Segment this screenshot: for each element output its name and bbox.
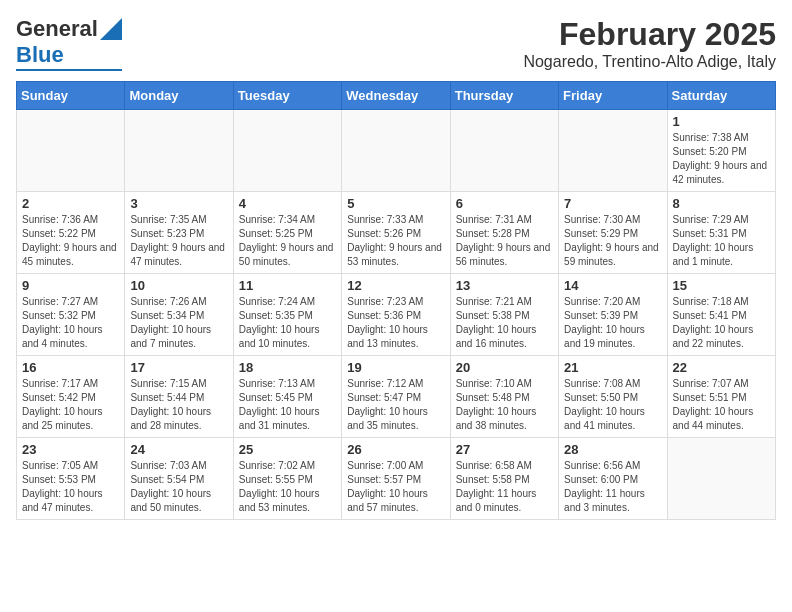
calendar-cell: 8Sunrise: 7:29 AM Sunset: 5:31 PM Daylig… <box>667 192 775 274</box>
day-number: 7 <box>564 196 661 211</box>
calendar-cell: 19Sunrise: 7:12 AM Sunset: 5:47 PM Dayli… <box>342 356 450 438</box>
logo-blue: Blue <box>16 42 64 68</box>
day-info: Sunrise: 7:36 AM Sunset: 5:22 PM Dayligh… <box>22 213 119 269</box>
logo-general: General <box>16 16 98 42</box>
title-block: February 2025 Nogaredo, Trentino-Alto Ad… <box>523 16 776 71</box>
day-number: 25 <box>239 442 336 457</box>
day-number: 2 <box>22 196 119 211</box>
weekday-header-monday: Monday <box>125 82 233 110</box>
day-info: Sunrise: 6:56 AM Sunset: 6:00 PM Dayligh… <box>564 459 661 515</box>
day-info: Sunrise: 7:00 AM Sunset: 5:57 PM Dayligh… <box>347 459 444 515</box>
day-number: 4 <box>239 196 336 211</box>
calendar-cell: 16Sunrise: 7:17 AM Sunset: 5:42 PM Dayli… <box>17 356 125 438</box>
day-info: Sunrise: 7:10 AM Sunset: 5:48 PM Dayligh… <box>456 377 553 433</box>
calendar-cell <box>233 110 341 192</box>
week-row-3: 16Sunrise: 7:17 AM Sunset: 5:42 PM Dayli… <box>17 356 776 438</box>
calendar-cell: 26Sunrise: 7:00 AM Sunset: 5:57 PM Dayli… <box>342 438 450 520</box>
day-info: Sunrise: 7:30 AM Sunset: 5:29 PM Dayligh… <box>564 213 661 269</box>
day-number: 5 <box>347 196 444 211</box>
day-number: 14 <box>564 278 661 293</box>
day-info: Sunrise: 7:27 AM Sunset: 5:32 PM Dayligh… <box>22 295 119 351</box>
week-row-1: 2Sunrise: 7:36 AM Sunset: 5:22 PM Daylig… <box>17 192 776 274</box>
calendar-cell: 23Sunrise: 7:05 AM Sunset: 5:53 PM Dayli… <box>17 438 125 520</box>
weekday-header-friday: Friday <box>559 82 667 110</box>
day-number: 26 <box>347 442 444 457</box>
day-info: Sunrise: 7:23 AM Sunset: 5:36 PM Dayligh… <box>347 295 444 351</box>
calendar-cell: 22Sunrise: 7:07 AM Sunset: 5:51 PM Dayli… <box>667 356 775 438</box>
day-info: Sunrise: 7:24 AM Sunset: 5:35 PM Dayligh… <box>239 295 336 351</box>
calendar-cell: 14Sunrise: 7:20 AM Sunset: 5:39 PM Dayli… <box>559 274 667 356</box>
weekday-header-row: SundayMondayTuesdayWednesdayThursdayFrid… <box>17 82 776 110</box>
week-row-2: 9Sunrise: 7:27 AM Sunset: 5:32 PM Daylig… <box>17 274 776 356</box>
week-row-4: 23Sunrise: 7:05 AM Sunset: 5:53 PM Dayli… <box>17 438 776 520</box>
day-number: 9 <box>22 278 119 293</box>
weekday-header-thursday: Thursday <box>450 82 558 110</box>
day-info: Sunrise: 7:17 AM Sunset: 5:42 PM Dayligh… <box>22 377 119 433</box>
day-number: 1 <box>673 114 770 129</box>
calendar-cell: 4Sunrise: 7:34 AM Sunset: 5:25 PM Daylig… <box>233 192 341 274</box>
day-info: Sunrise: 7:38 AM Sunset: 5:20 PM Dayligh… <box>673 131 770 187</box>
calendar-cell: 12Sunrise: 7:23 AM Sunset: 5:36 PM Dayli… <box>342 274 450 356</box>
day-info: Sunrise: 7:34 AM Sunset: 5:25 PM Dayligh… <box>239 213 336 269</box>
day-number: 21 <box>564 360 661 375</box>
day-number: 16 <box>22 360 119 375</box>
day-number: 11 <box>239 278 336 293</box>
calendar-cell: 3Sunrise: 7:35 AM Sunset: 5:23 PM Daylig… <box>125 192 233 274</box>
day-number: 24 <box>130 442 227 457</box>
day-info: Sunrise: 7:12 AM Sunset: 5:47 PM Dayligh… <box>347 377 444 433</box>
day-info: Sunrise: 7:13 AM Sunset: 5:45 PM Dayligh… <box>239 377 336 433</box>
day-number: 20 <box>456 360 553 375</box>
calendar-cell: 28Sunrise: 6:56 AM Sunset: 6:00 PM Dayli… <box>559 438 667 520</box>
calendar-cell: 21Sunrise: 7:08 AM Sunset: 5:50 PM Dayli… <box>559 356 667 438</box>
day-number: 15 <box>673 278 770 293</box>
day-info: Sunrise: 6:58 AM Sunset: 5:58 PM Dayligh… <box>456 459 553 515</box>
calendar-cell: 18Sunrise: 7:13 AM Sunset: 5:45 PM Dayli… <box>233 356 341 438</box>
day-number: 13 <box>456 278 553 293</box>
day-number: 22 <box>673 360 770 375</box>
day-number: 19 <box>347 360 444 375</box>
day-info: Sunrise: 7:29 AM Sunset: 5:31 PM Dayligh… <box>673 213 770 269</box>
day-info: Sunrise: 7:03 AM Sunset: 5:54 PM Dayligh… <box>130 459 227 515</box>
weekday-header-tuesday: Tuesday <box>233 82 341 110</box>
day-number: 8 <box>673 196 770 211</box>
weekday-header-wednesday: Wednesday <box>342 82 450 110</box>
calendar-cell <box>17 110 125 192</box>
calendar-cell <box>450 110 558 192</box>
day-number: 10 <box>130 278 227 293</box>
day-info: Sunrise: 7:20 AM Sunset: 5:39 PM Dayligh… <box>564 295 661 351</box>
calendar-cell: 13Sunrise: 7:21 AM Sunset: 5:38 PM Dayli… <box>450 274 558 356</box>
month-title: February 2025 <box>523 16 776 53</box>
calendar-cell: 2Sunrise: 7:36 AM Sunset: 5:22 PM Daylig… <box>17 192 125 274</box>
day-info: Sunrise: 7:35 AM Sunset: 5:23 PM Dayligh… <box>130 213 227 269</box>
calendar-cell: 20Sunrise: 7:10 AM Sunset: 5:48 PM Dayli… <box>450 356 558 438</box>
page-header: General Blue February 2025 Nogaredo, Tre… <box>16 16 776 71</box>
day-number: 12 <box>347 278 444 293</box>
calendar-cell <box>125 110 233 192</box>
day-info: Sunrise: 7:05 AM Sunset: 5:53 PM Dayligh… <box>22 459 119 515</box>
calendar-cell: 10Sunrise: 7:26 AM Sunset: 5:34 PM Dayli… <box>125 274 233 356</box>
day-info: Sunrise: 7:07 AM Sunset: 5:51 PM Dayligh… <box>673 377 770 433</box>
day-number: 28 <box>564 442 661 457</box>
calendar-cell <box>667 438 775 520</box>
day-info: Sunrise: 7:31 AM Sunset: 5:28 PM Dayligh… <box>456 213 553 269</box>
calendar-cell: 5Sunrise: 7:33 AM Sunset: 5:26 PM Daylig… <box>342 192 450 274</box>
day-info: Sunrise: 7:02 AM Sunset: 5:55 PM Dayligh… <box>239 459 336 515</box>
day-number: 6 <box>456 196 553 211</box>
calendar-cell <box>559 110 667 192</box>
calendar-cell: 17Sunrise: 7:15 AM Sunset: 5:44 PM Dayli… <box>125 356 233 438</box>
day-info: Sunrise: 7:08 AM Sunset: 5:50 PM Dayligh… <box>564 377 661 433</box>
week-row-0: 1Sunrise: 7:38 AM Sunset: 5:20 PM Daylig… <box>17 110 776 192</box>
logo-icon <box>100 18 122 40</box>
location-title: Nogaredo, Trentino-Alto Adige, Italy <box>523 53 776 71</box>
logo: General Blue <box>16 16 122 71</box>
day-info: Sunrise: 7:21 AM Sunset: 5:38 PM Dayligh… <box>456 295 553 351</box>
day-number: 18 <box>239 360 336 375</box>
calendar-cell: 24Sunrise: 7:03 AM Sunset: 5:54 PM Dayli… <box>125 438 233 520</box>
day-number: 17 <box>130 360 227 375</box>
calendar-cell: 1Sunrise: 7:38 AM Sunset: 5:20 PM Daylig… <box>667 110 775 192</box>
calendar-cell: 27Sunrise: 6:58 AM Sunset: 5:58 PM Dayli… <box>450 438 558 520</box>
calendar-cell: 15Sunrise: 7:18 AM Sunset: 5:41 PM Dayli… <box>667 274 775 356</box>
svg-marker-0 <box>100 18 122 40</box>
calendar-cell: 11Sunrise: 7:24 AM Sunset: 5:35 PM Dayli… <box>233 274 341 356</box>
day-number: 3 <box>130 196 227 211</box>
